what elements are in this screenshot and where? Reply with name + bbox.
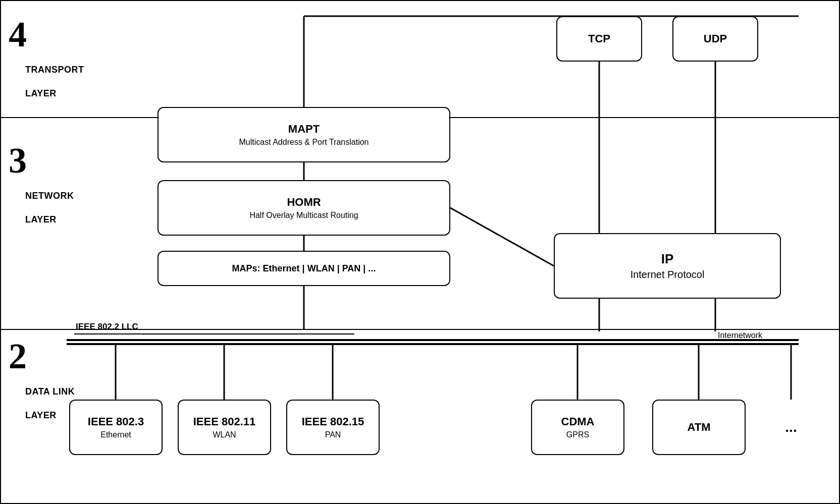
ieee80211-box: IEEE 802.11 WLAN (178, 400, 271, 455)
ieee80215-box: IEEE 802.15 PAN (286, 400, 380, 455)
network-layer-label: 3 NETWORK LAYER (9, 142, 89, 238)
udp-box: UDP (672, 16, 758, 62)
cdma-box: CDMA GPRS (531, 400, 624, 455)
dots-box: ... (768, 400, 814, 455)
ip-box: IP Internet Protocol (554, 233, 781, 299)
svg-line-8 (450, 208, 554, 266)
transport-layer-label: 4 TRANSPORT LAYER (9, 16, 89, 111)
ieee802llc-label: IEEE 802.2 LLC (76, 322, 138, 332)
internetwork-label: Internetwork (718, 331, 762, 340)
maps-box: MAPs: Ethernet | WLAN | PAN | ... (158, 251, 450, 286)
tcp-box: TCP (556, 16, 642, 62)
atm-box: ATM (652, 400, 746, 455)
mapt-box: MAPT Multicast Address & Port Translatio… (158, 107, 450, 162)
ieee8023-box: IEEE 802.3 Ethernet (69, 400, 163, 455)
diagram: 4 TRANSPORT LAYER 3 NETWORK LAYER 2 DATA… (0, 0, 840, 504)
homr-box: HOMR Half Overlay Multicast Routing (158, 180, 450, 236)
